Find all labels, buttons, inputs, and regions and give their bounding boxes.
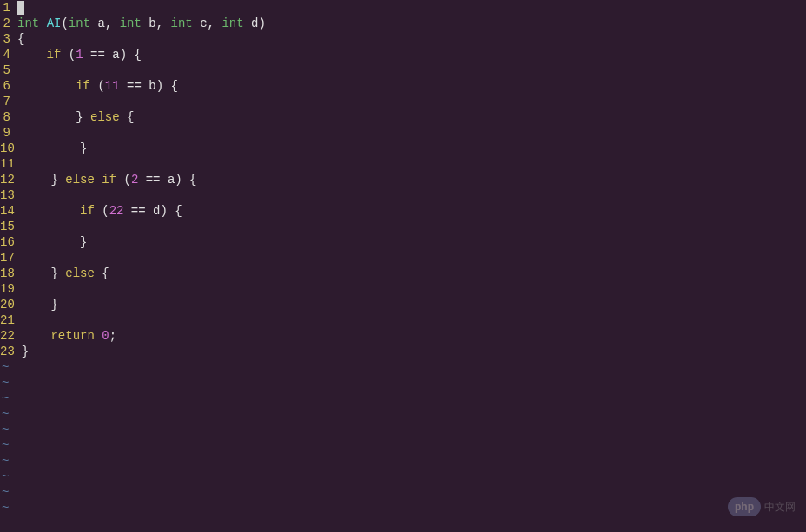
token-kw-ctrl: if <box>102 173 116 187</box>
line-number: 9 <box>0 125 17 141</box>
token-punct: , <box>208 16 222 30</box>
token-num: 0 <box>102 329 109 343</box>
code-content[interactable]: return 0; <box>22 328 116 344</box>
token-kw-type: int <box>69 16 90 30</box>
empty-line-tilde: ~ <box>0 469 806 484</box>
line-number: 16 <box>0 234 22 250</box>
code-line[interactable]: 16 } <box>0 234 806 250</box>
watermark: php 中文网 <box>728 497 796 516</box>
code-line[interactable]: 19 <box>0 281 806 297</box>
code-content[interactable]: if (11 == b) { <box>17 78 178 94</box>
token-punct <box>22 204 80 218</box>
code-content[interactable]: { <box>17 31 24 47</box>
empty-line-tilde: ~ <box>0 422 806 437</box>
token-param: a <box>90 16 105 30</box>
token-punct: { <box>95 266 109 280</box>
line-number: 14 <box>0 203 22 219</box>
token-kw-ctrl: if <box>47 48 62 62</box>
code-line[interactable]: 12 } else if (2 == a) { <box>0 172 806 187</box>
line-number: 5 <box>0 62 17 78</box>
line-number: 4 <box>0 47 17 62</box>
token-punct: } <box>17 110 90 124</box>
code-content[interactable]: } <box>22 234 88 250</box>
code-content[interactable]: if (1 == a) { <box>17 47 142 62</box>
code-line[interactable]: 17 <box>0 250 806 266</box>
line-number: 13 <box>0 187 22 203</box>
empty-line-tilde: ~ <box>0 500 806 516</box>
code-line[interactable]: 9 <box>0 125 806 141</box>
token-punct: , <box>156 16 171 30</box>
token-op: == <box>123 204 153 218</box>
token-op: == <box>83 48 113 62</box>
line-number: 17 <box>0 250 22 266</box>
code-line[interactable]: 20 } <box>0 297 806 312</box>
line-number: 23 <box>0 344 22 359</box>
code-line[interactable]: 4 if (1 == a) { <box>0 47 806 62</box>
empty-line-tilde: ~ <box>0 391 806 406</box>
token-kw-ctrl: if <box>80 204 95 218</box>
line-number: 18 <box>0 266 22 281</box>
code-line[interactable]: 8 } else { <box>0 109 806 125</box>
token-punct: ( <box>61 48 76 62</box>
token-punct: ( <box>90 79 105 93</box>
cursor <box>17 1 24 15</box>
code-content[interactable] <box>17 0 24 16</box>
code-line[interactable]: 10 } <box>0 141 806 156</box>
token-punct: } <box>22 298 58 312</box>
code-line[interactable]: 2int AI(int a, int b, int c, int d) <box>0 16 806 31</box>
code-content[interactable]: } <box>22 141 88 156</box>
code-line[interactable]: 7 <box>0 94 806 109</box>
code-content[interactable]: } else { <box>17 109 134 125</box>
line-number: 8 <box>0 109 17 125</box>
token-param: c <box>193 16 208 30</box>
code-content[interactable]: } else { <box>22 266 109 281</box>
code-line[interactable]: 22 return 0; <box>0 328 806 344</box>
code-editor[interactable]: 1 2int AI(int a, int b, int c, int d)3{4… <box>0 0 806 532</box>
code-line[interactable]: 23} <box>0 344 806 359</box>
code-content[interactable]: } else if (2 == a) { <box>22 172 197 187</box>
code-content[interactable]: } <box>22 344 29 359</box>
code-line[interactable]: 13 <box>0 187 806 203</box>
code-line[interactable]: 11 <box>0 156 806 172</box>
line-number: 12 <box>0 172 22 187</box>
token-punct: ) { <box>160 204 182 218</box>
token-punct <box>22 329 51 343</box>
token-punct: { <box>17 32 24 46</box>
token-punct: ) { <box>120 48 142 62</box>
token-punct <box>95 329 102 343</box>
code-line[interactable]: 1 <box>0 0 806 16</box>
code-line[interactable]: 6 if (11 == b) { <box>0 78 806 94</box>
token-punct: ) <box>258 16 265 30</box>
token-kw-ctrl: return <box>50 329 94 343</box>
token-num: 22 <box>109 204 124 218</box>
token-punct: ( <box>116 173 131 187</box>
line-number: 11 <box>0 156 22 172</box>
code-area[interactable]: 1 2int AI(int a, int b, int c, int d)3{4… <box>0 0 806 532</box>
code-line[interactable]: 18 } else { <box>0 266 806 281</box>
token-punct: } <box>22 173 65 187</box>
line-number: 19 <box>0 281 22 297</box>
token-op: == <box>138 173 168 187</box>
code-content[interactable]: } <box>22 297 58 312</box>
code-content[interactable]: int AI(int a, int b, int c, int d) <box>17 16 266 31</box>
token-param: b <box>142 16 156 30</box>
code-content[interactable]: if (22 == d) { <box>22 203 182 219</box>
token-kw-ctrl: else <box>65 266 95 280</box>
empty-line-tilde: ~ <box>0 375 806 391</box>
line-number: 1 <box>0 0 17 16</box>
token-kw-type: int <box>171 16 193 30</box>
token-punct: ( <box>95 204 109 218</box>
token-punct: ; <box>109 329 116 343</box>
code-line[interactable]: 5 <box>0 62 806 78</box>
code-line[interactable]: 15 <box>0 219 806 234</box>
code-line[interactable]: 21 <box>0 312 806 328</box>
code-line[interactable]: 3{ <box>0 31 806 47</box>
code-line[interactable]: 14 if (22 == d) { <box>0 203 806 219</box>
token-punct: } <box>22 141 88 155</box>
empty-line-tilde: ~ <box>0 359 806 375</box>
line-number: 21 <box>0 312 22 328</box>
empty-line-tilde: ~ <box>0 406 806 422</box>
token-kw-type: int <box>17 16 39 30</box>
token-kw-ctrl: else <box>90 110 120 124</box>
token-punct: } <box>22 266 65 280</box>
